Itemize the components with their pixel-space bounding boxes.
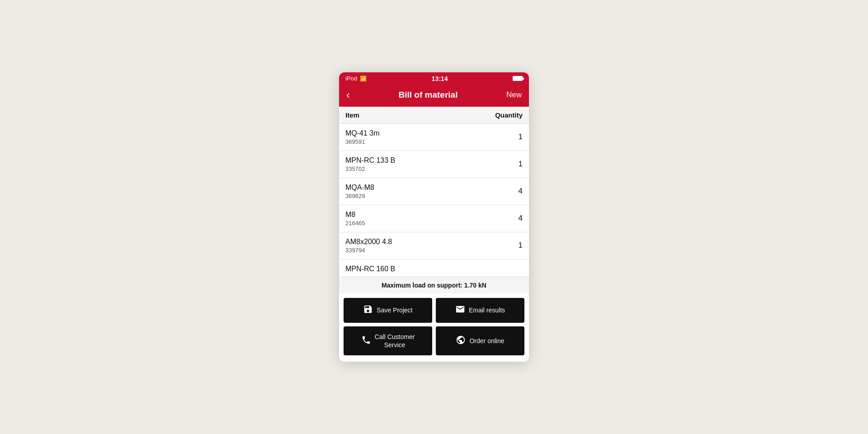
new-button[interactable]: New — [506, 90, 522, 99]
item-name: MQA-M8 — [345, 184, 374, 192]
page-title: Bill of material — [399, 90, 458, 100]
item-code: 369629 — [345, 193, 374, 199]
item-code: 369591 — [345, 138, 380, 145]
item-qty: 4 — [512, 214, 523, 223]
phone-frame: iPod 📶 13:14 ‹ Bill of material New Item… — [339, 72, 529, 362]
order-online-label: Order online — [469, 337, 504, 345]
call-customer-label: Call Customer Service — [375, 333, 415, 349]
max-load-label: Maximum load on support: 1.70 kN — [382, 282, 486, 289]
order-online-button[interactable]: Order online — [436, 326, 524, 355]
email-icon — [455, 304, 465, 316]
table-row[interactable]: MPN-RC 133 B 335702 1 — [339, 151, 529, 178]
table-row[interactable]: MPN-RC 160 B — [339, 259, 529, 277]
globe-icon — [456, 335, 466, 347]
item-qty: 1 — [512, 132, 523, 142]
call-customer-button[interactable]: Call Customer Service — [344, 326, 432, 355]
table-row[interactable]: AM8x2000 4.8 339794 1 — [339, 232, 529, 259]
item-qty: 1 — [512, 160, 523, 169]
table-row[interactable]: MQ-41 3m 369591 1 — [339, 124, 529, 151]
item-code: 339794 — [345, 247, 392, 254]
table-header: Item Quantity — [339, 107, 529, 124]
item-code: 335702 — [345, 165, 395, 172]
status-bar-left: iPod 📶 — [345, 75, 367, 82]
save-icon — [363, 304, 373, 316]
item-name: MPN-RC 133 B — [345, 156, 395, 165]
wifi-icon: 📶 — [360, 75, 367, 82]
col-item: Item — [345, 111, 359, 119]
item-name: AM8x2000 4.8 — [345, 238, 392, 246]
save-project-label: Save Project — [377, 306, 412, 314]
battery-icon — [513, 76, 523, 81]
table-row[interactable]: MQA-M8 369629 4 — [339, 178, 529, 205]
status-bar-right — [513, 76, 523, 81]
table-row[interactable]: M8 216465 4 — [339, 205, 529, 232]
nav-bar: ‹ Bill of material New — [339, 85, 529, 107]
item-name: M8 — [345, 211, 365, 219]
item-name: MPN-RC 160 B — [345, 265, 395, 273]
save-project-button[interactable]: Save Project — [344, 298, 432, 323]
action-buttons: Save Project Email results Call Customer… — [339, 293, 529, 362]
item-name: MQ-41 3m — [345, 129, 380, 137]
col-quantity: Quantity — [495, 111, 523, 119]
item-qty: 1 — [512, 241, 523, 250]
status-bar: iPod 📶 13:14 — [339, 72, 529, 85]
item-qty: 4 — [512, 187, 523, 196]
item-code: 216465 — [345, 220, 365, 226]
email-results-button[interactable]: Email results — [436, 298, 524, 323]
status-time: 13:14 — [432, 75, 448, 82]
phone-icon — [361, 335, 371, 347]
back-button[interactable]: ‹ — [346, 90, 350, 100]
device-label: iPod — [345, 75, 357, 82]
max-load-bar: Maximum load on support: 1.70 kN — [339, 277, 529, 293]
table-body: MQ-41 3m 369591 1 MPN-RC 133 B 335702 1 … — [339, 124, 529, 277]
email-results-label: Email results — [469, 306, 505, 314]
